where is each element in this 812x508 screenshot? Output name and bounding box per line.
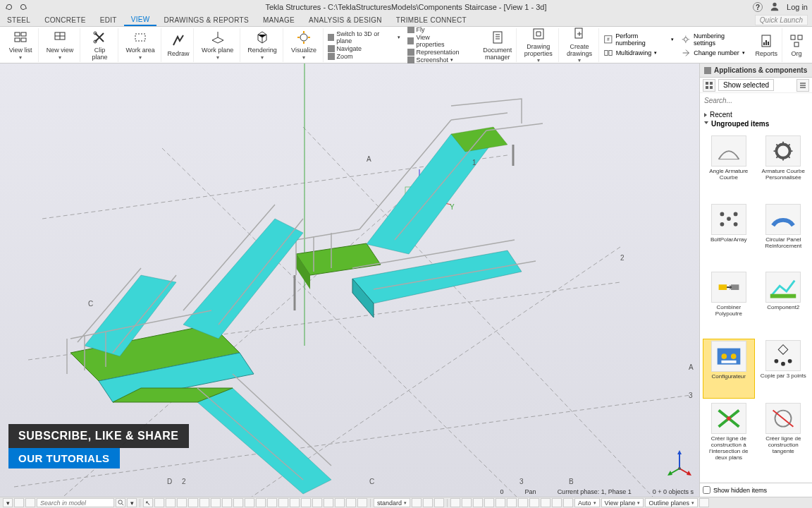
undo-icon[interactable] [4,2,14,12]
ribbon-perform-numbering[interactable]: #Perform numbering▾ [603,32,675,47]
sb-b9[interactable] [245,498,254,507]
status-icon-1[interactable] [14,498,24,507]
menu-edit[interactable]: EDIT [93,15,124,25]
sb-b13[interactable] [290,498,300,507]
component-card[interactable]: Component2 [758,270,810,336]
ribbon-rendering[interactable]: Rendering [242,28,284,62]
sb-c3[interactable] [434,498,444,507]
panel-search-input[interactable] [700,94,812,107]
sb-snap3[interactable] [473,498,483,507]
menu-drawings[interactable]: DRAWINGS & REPORTS [156,15,255,25]
ribbon-visualize[interactable]: Visualize [285,28,323,62]
sb-b17[interactable] [335,498,345,507]
panel-menu-button[interactable] [796,79,809,92]
redo-icon[interactable] [18,2,28,12]
ribbon-navigate[interactable]: Navigate [328,45,400,52]
component-card[interactable]: Angle Armature Courbe [703,134,755,200]
sb-snap11[interactable] [563,498,573,507]
ribbon-create-drawings[interactable]: Create drawings [560,28,598,62]
status-dd-outline[interactable]: Outline planes [645,498,698,507]
panel-header[interactable]: Applications & components [700,64,812,78]
sb-cursor[interactable]: ↖ [143,498,153,507]
sb-last[interactable] [699,498,709,507]
sb-b14[interactable] [301,498,311,507]
help-icon[interactable]: ? [753,2,763,12]
component-card[interactable]: Combiner Polypoutre [703,270,755,336]
sb-b18[interactable] [346,498,356,507]
3d-viewport[interactable]: A C 1 2 3 A B 3 C D 2 Y SUBSCRIBE, LIKE … [0,64,699,497]
ribbon-clip-plane[interactable]: Clip plane [82,28,118,62]
ribbon-multidrawing[interactable]: Multidrawing▾ [603,48,675,58]
sb-snap1[interactable] [450,498,460,507]
tree-ungrouped[interactable]: Ungrouped items [704,119,808,128]
ribbon-view-list[interactable]: View list [3,28,39,62]
menu-view[interactable]: VIEW [124,14,157,26]
ribbon-fly[interactable]: Fly [407,26,460,33]
menu-steel[interactable]: STEEL [0,15,37,25]
status-search-input[interactable] [37,498,114,507]
sb-snap10[interactable] [552,498,562,507]
show-selected-button[interactable]: Show selected [718,79,774,91]
sb-snap9[interactable] [541,498,550,507]
sb-b19[interactable] [357,498,367,507]
ribbon-reports[interactable]: Reports [751,28,783,62]
menu-manage[interactable]: MANAGE [256,15,302,25]
sb-b1[interactable] [154,498,164,507]
login-link[interactable]: Log in [787,3,808,11]
status-icon-2[interactable] [25,498,35,507]
ribbon-change-number[interactable]: Change number▾ [681,48,746,58]
ribbon-numbering-settings[interactable]: Numbering settings [681,32,746,47]
component-card[interactable]: Copie par 3 points [758,339,810,399]
ribbon-representation[interactable]: Representation [407,49,460,56]
ribbon-view-props[interactable]: View properties [407,34,460,48]
ribbon-work-area[interactable]: Work area [120,28,161,62]
panel-grid-view-button[interactable] [703,79,715,92]
status-search-dd[interactable]: ▾ [127,498,137,507]
ribbon-zoom[interactable]: Zoom [328,53,400,60]
sb-c1[interactable] [412,498,422,507]
sb-b8[interactable] [233,498,243,507]
sb-b16[interactable] [324,498,333,507]
menu-concrete[interactable]: CONCRETE [37,15,93,25]
component-card[interactable]: BoltPolarArray [703,202,755,268]
status-dd-auto[interactable]: Auto [574,498,600,507]
ribbon-new-view[interactable]: New view [40,28,80,62]
sb-snap6[interactable] [507,498,517,507]
sb-b3[interactable] [177,498,187,507]
sb-snap4[interactable] [484,498,494,507]
component-card[interactable]: Circular Panel Reinforcement [758,202,810,268]
sb-snap7[interactable] [518,498,528,507]
sb-b12[interactable] [278,498,288,507]
ribbon-work-plane[interactable]: Work plane [195,28,240,62]
ribbon-org[interactable]: Org [784,28,809,62]
sb-snap5[interactable] [496,498,505,507]
component-card[interactable]: Configurateur [703,339,755,399]
user-icon[interactable] [770,1,780,13]
sb-snap2[interactable] [462,498,472,507]
sb-snap8[interactable] [529,498,539,507]
quick-launch[interactable]: Quick Launch [755,15,808,25]
sb-b6[interactable] [211,498,221,507]
sb-b7[interactable] [222,498,232,507]
status-dd-viewplane[interactable]: View plane [601,498,644,507]
status-search-go[interactable] [116,498,125,507]
component-card[interactable]: Armature Courbe Personnalisée [758,134,810,200]
status-dd-standard[interactable]: standard [374,498,410,507]
sb-b2[interactable] [166,498,176,507]
menu-trimble[interactable]: TRIMBLE CONNECT [389,15,474,25]
status-dd-left[interactable]: ▾ [3,498,13,507]
sb-b15[interactable] [312,498,322,507]
sb-b5[interactable] [199,498,209,507]
ribbon-drawing-props[interactable]: Drawing properties [518,28,559,62]
component-card[interactable]: Créer ligne de construction à l'intersec… [703,401,755,480]
ribbon-doc-manager[interactable]: Document manager [479,28,517,62]
show-hidden-checkbox[interactable] [703,486,710,494]
ribbon-redraw[interactable]: Redraw [163,28,194,62]
component-card[interactable]: Créer ligne de construction tangente [758,401,810,480]
ribbon-screenshot[interactable]: Screenshot▾ [407,56,460,64]
sb-b11[interactable] [267,498,277,507]
menu-analysis[interactable]: ANALYSIS & DESIGN [302,15,389,25]
tree-recent[interactable]: Recent [704,110,808,119]
ribbon-switch-3d[interactable]: Switch to 3D or plane▾ [328,30,400,44]
sb-b4[interactable] [188,498,198,507]
